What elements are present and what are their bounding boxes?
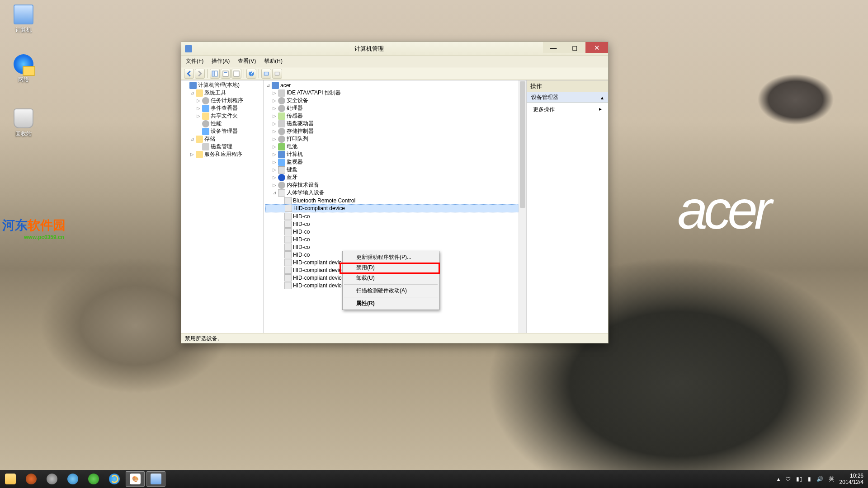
scan-hardware-button[interactable] bbox=[261, 69, 271, 79]
desktop-icon-computer[interactable]: 计算机 bbox=[5, 5, 42, 34]
tray-shield-icon[interactable]: 🛡 bbox=[785, 476, 791, 482]
tree-node[interactable]: ▷计算机 bbox=[265, 150, 526, 158]
console-tree-pane[interactable]: 计算机管理(本地)⊿系统工具▷任务计划程序▷事件查看器▷共享文件夹性能设备管理器… bbox=[181, 80, 264, 333]
tree-twisty-icon[interactable]: ▷ bbox=[272, 175, 277, 180]
tree-twisty-icon[interactable]: ▷ bbox=[272, 167, 277, 172]
tree-node[interactable]: ⊿系统工具 bbox=[183, 89, 263, 97]
tree-node[interactable]: ⊿存储 bbox=[183, 135, 263, 143]
tree-node[interactable]: ▷安全设备 bbox=[265, 97, 526, 104]
tree-node[interactable]: ▷打印队列 bbox=[265, 135, 526, 143]
taskbar[interactable]: 🎨 ▴ 🛡 ▮▯ ▮ 🔊 英 10:26 2014/12/4 bbox=[0, 470, 868, 488]
tree-twisty-icon[interactable]: ⊿ bbox=[265, 83, 270, 88]
tree-node[interactable]: ▷电池 bbox=[265, 143, 526, 150]
tree-node[interactable]: HID-co bbox=[265, 220, 526, 228]
nav-back-button[interactable] bbox=[184, 69, 194, 79]
tree-twisty-icon[interactable]: ▷ bbox=[196, 98, 201, 103]
taskbar-explorer[interactable] bbox=[1, 471, 20, 487]
tree-node[interactable]: ▷键盘 bbox=[265, 166, 526, 174]
tree-node[interactable]: ▷磁盘驱动器 bbox=[265, 120, 526, 127]
tree-twisty-icon[interactable]: ▷ bbox=[272, 183, 277, 188]
tree-node[interactable]: ▷共享文件夹 bbox=[183, 112, 263, 120]
titlebar[interactable]: 计算机管理 — ◻ ✕ bbox=[181, 42, 608, 56]
nav-forward-button[interactable] bbox=[195, 69, 205, 79]
tree-node[interactable]: ▷任务计划程序 bbox=[183, 97, 263, 104]
tree-twisty-icon[interactable]: ▷ bbox=[272, 113, 277, 118]
show-hide-tree-button[interactable] bbox=[210, 69, 220, 79]
tree-node[interactable]: ⊿acer bbox=[265, 81, 526, 89]
tree-node[interactable]: ▷传感器 bbox=[265, 112, 526, 120]
vertical-scrollbar[interactable] bbox=[519, 80, 526, 333]
menu-file[interactable]: 文件(F) bbox=[186, 57, 203, 65]
tree-twisty-icon[interactable]: ▷ bbox=[272, 136, 277, 141]
tree-node[interactable]: ▷存储控制器 bbox=[265, 127, 526, 135]
taskbar-app-3[interactable] bbox=[63, 471, 82, 487]
menu-action[interactable]: 操作(A) bbox=[212, 57, 230, 65]
tree-twisty-icon[interactable]: ▷ bbox=[272, 121, 277, 126]
taskbar-app-4[interactable] bbox=[84, 471, 103, 487]
tree-node[interactable]: ⊿人体学输入设备 bbox=[265, 189, 526, 197]
taskbar-app-1[interactable] bbox=[22, 471, 41, 487]
close-button[interactable]: ✕ bbox=[585, 42, 608, 53]
tree-twisty-icon[interactable]: ▷ bbox=[272, 106, 277, 111]
tree-node[interactable]: ▷IDE ATA/ATAPI 控制器 bbox=[265, 89, 526, 97]
tree-node[interactable]: ▷处理器 bbox=[265, 104, 526, 112]
menu-help[interactable]: 帮助(H) bbox=[264, 57, 283, 65]
properties-button[interactable] bbox=[221, 69, 231, 79]
context-menu-item[interactable]: 扫描检测硬件改动(A) bbox=[344, 286, 438, 296]
tree-node[interactable]: HID-co bbox=[265, 212, 526, 220]
minimize-button[interactable]: — bbox=[543, 42, 564, 53]
tree-node[interactable]: ▷事件查看器 bbox=[183, 104, 263, 112]
tree-twisty-icon[interactable]: ▷ bbox=[272, 129, 277, 134]
tree-twisty-icon[interactable]: ▷ bbox=[196, 113, 201, 118]
help-button[interactable]: ? bbox=[246, 69, 256, 79]
context-menu-item[interactable]: 卸载(U) bbox=[344, 273, 438, 283]
menu-view[interactable]: 查看(V) bbox=[238, 57, 256, 65]
tree-node[interactable]: ▷蓝牙 bbox=[265, 174, 526, 181]
taskbar-ie[interactable] bbox=[105, 471, 124, 487]
tree-node[interactable]: ▷内存技术设备 bbox=[265, 181, 526, 189]
actions-section[interactable]: 设备管理器 ▴ bbox=[527, 92, 608, 103]
tree-twisty-icon[interactable]: ⊿ bbox=[189, 90, 194, 95]
tree-node[interactable]: 性能 bbox=[183, 120, 263, 127]
context-menu-item[interactable]: 更新驱动程序软件(P)... bbox=[344, 252, 438, 263]
tree-twisty-icon[interactable]: ▷ bbox=[189, 152, 194, 157]
tree-node[interactable]: 磁盘管理 bbox=[183, 143, 263, 150]
tray-ime[interactable]: 英 bbox=[829, 475, 834, 483]
tree-node[interactable]: 设备管理器 bbox=[183, 127, 263, 135]
desktop-icon-network[interactable]: 网络 bbox=[5, 54, 42, 84]
taskbar-mmc[interactable] bbox=[146, 471, 165, 487]
desktop-icon-recycle[interactable]: 回收站 bbox=[5, 108, 42, 138]
tree-node[interactable]: Bluetooth Remote Control bbox=[265, 197, 526, 204]
toolbar-separator bbox=[259, 69, 259, 78]
uninstall-button[interactable] bbox=[272, 69, 282, 79]
tree-twisty-icon[interactable]: ▷ bbox=[272, 160, 277, 164]
actions-more[interactable]: 更多操作 ▸ bbox=[527, 103, 608, 116]
tree-node[interactable]: ▷服务和应用程序 bbox=[183, 150, 263, 158]
tray-chevron-icon[interactable]: ▴ bbox=[777, 476, 780, 482]
tree-node[interactable]: ▷监视器 bbox=[265, 158, 526, 166]
tree-node[interactable]: HID-co bbox=[265, 243, 526, 251]
tree-twisty-icon[interactable]: ▷ bbox=[196, 106, 201, 111]
tree-node[interactable]: HID-co bbox=[265, 235, 526, 243]
refresh-button[interactable] bbox=[231, 69, 241, 79]
tray-battery-icon[interactable]: ▮ bbox=[808, 476, 811, 482]
context-menu-item[interactable]: 属性(R) bbox=[344, 298, 438, 309]
tree-twisty-icon[interactable]: ⊿ bbox=[189, 136, 194, 141]
taskbar-app-2[interactable] bbox=[42, 471, 61, 487]
tray-volume-icon[interactable]: 🔊 bbox=[816, 476, 823, 482]
tray-clock[interactable]: 10:26 2014/12/4 bbox=[840, 473, 863, 485]
system-tray[interactable]: ▴ 🛡 ▮▯ ▮ 🔊 英 10:26 2014/12/4 bbox=[773, 473, 868, 485]
tree-twisty-icon[interactable]: ▷ bbox=[272, 152, 277, 157]
tree-twisty-icon[interactable]: ⊿ bbox=[272, 190, 277, 195]
context-menu-item[interactable]: 禁用(D) bbox=[344, 263, 438, 273]
tree-node[interactable]: 计算机管理(本地) bbox=[183, 81, 263, 89]
taskbar-paint[interactable]: 🎨 bbox=[126, 471, 145, 487]
tree-twisty-icon[interactable]: ▷ bbox=[272, 144, 277, 149]
tree-twisty-icon[interactable]: ▷ bbox=[272, 98, 277, 103]
tree-twisty-icon[interactable]: ▷ bbox=[272, 90, 277, 95]
tree-node[interactable]: HID-compliant device bbox=[265, 204, 526, 212]
tray-network-icon[interactable]: ▮▯ bbox=[796, 476, 802, 482]
maximize-button[interactable]: ◻ bbox=[564, 42, 585, 53]
scrollbar-thumb[interactable] bbox=[520, 81, 525, 208]
tree-node[interactable]: HID-co bbox=[265, 228, 526, 235]
